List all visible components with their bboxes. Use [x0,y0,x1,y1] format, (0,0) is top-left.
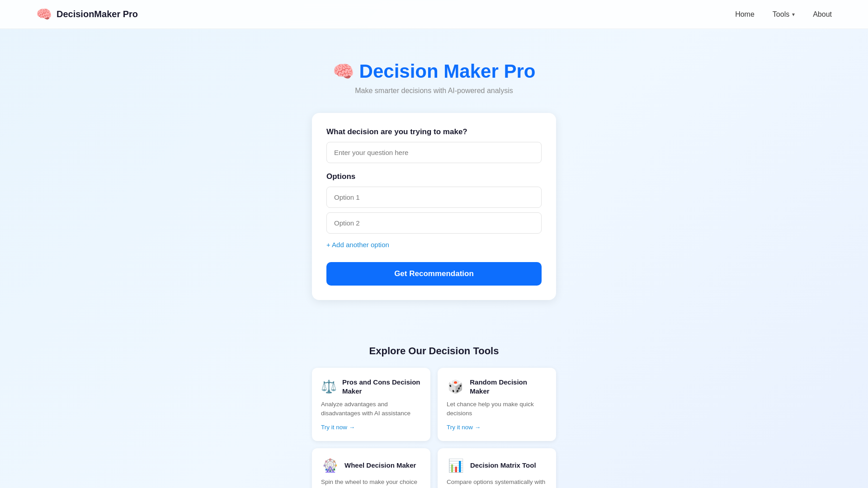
random-icon: 🎲 [447,379,464,394]
random-name: Random Decision Maker [470,378,547,395]
random-desc: Let chance help you make quick decisions [447,400,547,418]
navbar-nav: Home Tools ▾ About [735,10,832,19]
matrix-name: Decision Matrix Tool [470,461,536,470]
tool-card-wheel[interactable]: 🎡 Wheel Decision Maker Spin the wheel to… [312,448,430,488]
tool-card-header: ⚖️ Pros and Cons Decision Maker [321,378,421,395]
main-content: 🧠 Decision Maker Pro Make smarter decisi… [303,29,565,327]
brand-icon: 🧠 [36,7,52,22]
pros-cons-name: Pros and Cons Decision Maker [342,378,421,395]
explore-section: Explore Our Decision Tools ⚖️ Pros and C… [303,345,565,488]
tool-card-header: 📊 Decision Matrix Tool [447,458,547,473]
hero-icon: 🧠 [333,61,354,81]
explore-title: Explore Our Decision Tools [312,345,556,357]
chevron-down-icon: ▾ [792,11,795,18]
wheel-desc: Spin the wheel to make your choice [321,478,421,487]
pros-cons-desc: Analyze advantages and disadvantages wit… [321,400,421,418]
nav-tools[interactable]: Tools ▾ [773,10,795,19]
nav-tools-label: Tools [773,10,789,19]
submit-button[interactable]: Get Recommendation [326,262,542,286]
brand-name: DecisionMaker Pro [57,9,138,19]
hero-subtitle: Make smarter decisions with AI-powered a… [321,87,547,95]
option-2-input[interactable] [326,212,542,234]
nav-home[interactable]: Home [735,10,755,19]
matrix-icon: 📊 [447,458,465,473]
hero-section: 🧠 Decision Maker Pro Make smarter decisi… [312,47,556,104]
tool-card-header: 🎲 Random Decision Maker [447,378,547,395]
pros-cons-link[interactable]: Try it now → [321,424,355,431]
question-input[interactable] [326,142,542,163]
wheel-name: Wheel Decision Maker [344,461,416,470]
navbar: 🧠 DecisionMaker Pro Home Tools ▾ About [0,0,868,29]
tool-card-random[interactable]: 🎲 Random Decision Maker Let chance help … [438,368,556,441]
question-label: What decision are you trying to make? [326,127,542,136]
add-option-button[interactable]: + Add another option [326,238,389,251]
option-1-input[interactable] [326,187,542,208]
tool-card-matrix[interactable]: 📊 Decision Matrix Tool Compare options s… [438,448,556,488]
tool-card-header: 🎡 Wheel Decision Maker [321,458,421,473]
random-link[interactable]: Try it now → [447,424,481,431]
pros-cons-icon: ⚖️ [321,379,337,394]
tools-grid: ⚖️ Pros and Cons Decision Maker Analyze … [312,368,556,488]
options-label: Options [326,172,542,181]
wheel-icon: 🎡 [321,458,339,473]
nav-about[interactable]: About [813,10,832,19]
matrix-desc: Compare options systematically with [447,478,547,487]
brand-logo[interactable]: 🧠 DecisionMaker Pro [36,7,138,22]
hero-title: 🧠 Decision Maker Pro [321,61,547,82]
form-card: What decision are you trying to make? Op… [312,113,556,300]
hero-title-text: Decision Maker Pro [359,61,536,82]
tool-card-pros-cons[interactable]: ⚖️ Pros and Cons Decision Maker Analyze … [312,368,430,441]
